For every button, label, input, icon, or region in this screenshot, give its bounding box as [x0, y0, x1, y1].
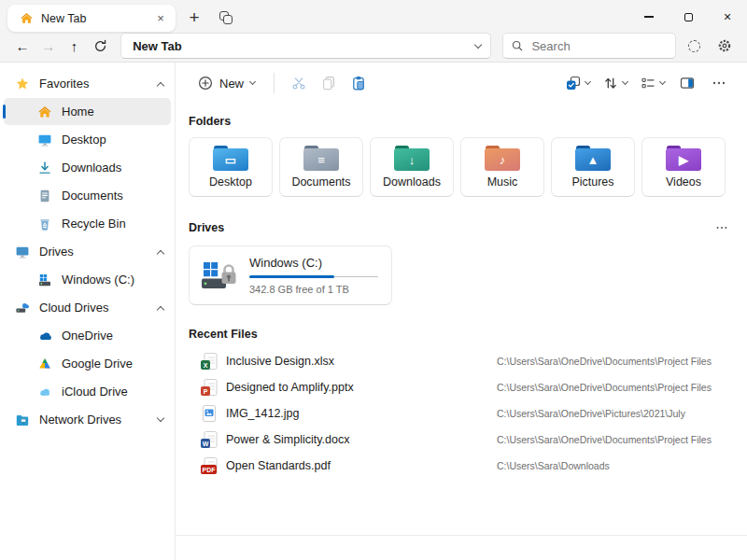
recent-file-row[interactable]: PDF Open Standards.pdf C:\Users\Sara\Dow… — [189, 453, 734, 479]
music-folder-icon: ♪ — [485, 146, 520, 171]
sidebar-section-drives[interactable]: Drives — [4, 238, 171, 265]
chevron-down-icon[interactable] — [157, 414, 164, 422]
drives-section-header: Drives — [189, 219, 734, 236]
plus-circle-icon — [198, 76, 213, 91]
folder-tile-pictures[interactable]: ▲ Pictures — [551, 137, 635, 197]
onedrive-icon — [37, 329, 52, 343]
chevron-up-icon[interactable] — [157, 305, 164, 313]
close-button[interactable]: × — [708, 0, 747, 34]
view-button[interactable] — [635, 68, 670, 98]
image-file-icon — [201, 405, 218, 422]
google-drive-icon — [37, 357, 52, 371]
sort-button[interactable] — [598, 68, 633, 98]
search-input[interactable] — [529, 38, 668, 54]
sidebar-item-windows-c[interactable]: Windows (C:) — [4, 266, 171, 293]
forward-button[interactable]: → — [35, 34, 62, 58]
folder-tile-documents[interactable]: ≡ Documents — [279, 137, 363, 197]
new-tab-button[interactable]: + — [181, 5, 207, 31]
folder-tile-music[interactable]: ♪ Music — [460, 137, 544, 197]
content-pane: New — [176, 63, 747, 560]
sidebar-item-desktop[interactable]: Desktop — [4, 126, 171, 153]
sidebar-item-downloads[interactable]: Downloads — [4, 154, 171, 181]
tab-close-button[interactable]: × — [151, 9, 170, 28]
sidebar-item-label: Home — [62, 105, 163, 119]
drive-free-text: 342.8 GB free of 1 TB — [249, 284, 378, 295]
plus-icon: + — [189, 8, 199, 26]
up-button[interactable]: ↑ — [62, 34, 88, 58]
home-page-body: Folders ▭ Desktop ≡ Documents ↓ Download… — [176, 104, 747, 535]
refresh-button[interactable] — [87, 34, 113, 58]
section-title-drives: Drives — [189, 221, 224, 234]
back-icon: ← — [15, 38, 29, 54]
paste-button[interactable] — [344, 68, 374, 98]
desktop-folder-icon: ▭ — [213, 146, 248, 171]
bitlocker-drive-icon — [201, 259, 238, 291]
sidebar-section-favorites[interactable]: Favorites — [4, 70, 171, 97]
chevron-down-icon[interactable] — [474, 40, 482, 48]
sidebar-item-google-drive[interactable]: Google Drive — [4, 350, 171, 377]
chevron-up-icon[interactable] — [157, 81, 164, 89]
view-list-icon — [641, 76, 655, 91]
minimize-button[interactable] — [629, 0, 669, 34]
search-box[interactable] — [502, 33, 676, 59]
back-button[interactable]: ← — [9, 34, 35, 58]
titlebar: New Tab × + × — [0, 0, 747, 34]
account-button[interactable] — [681, 34, 707, 58]
settings-button[interactable] — [712, 34, 738, 58]
sidebar-item-onedrive[interactable]: OneDrive — [4, 322, 171, 349]
recent-file-row[interactable]: IMG_1412.jpg C:\Users\Sara\OneDrive\Pict… — [189, 400, 734, 427]
folder-tile-videos[interactable]: ▶ Videos — [641, 137, 726, 197]
cloud-drive-icon — [15, 301, 30, 315]
recent-file-row[interactable]: P Designed to Amplify.pptx C:\Users\Sara… — [189, 374, 734, 400]
copy-button[interactable] — [314, 68, 344, 98]
section-label: Network Drives — [39, 413, 148, 427]
videos-folder-icon: ▶ — [666, 146, 701, 171]
sidebar-item-icloud-drive[interactable]: iCloud Drive — [4, 378, 171, 405]
drive-card-windows-c[interactable]: Windows (C:) 342.8 GB free of 1 TB — [189, 245, 392, 305]
sidebar-item-documents[interactable]: Documents — [4, 182, 171, 209]
section-title-recent-files: Recent Files — [189, 328, 734, 341]
sidebar-section-cloud-drives[interactable]: Cloud Drives — [4, 294, 171, 321]
more-options-button[interactable] — [704, 68, 734, 98]
monitor-icon — [15, 245, 30, 259]
folders-grid: ▭ Desktop ≡ Documents ↓ Downloads ♪ Musi… — [189, 137, 734, 197]
section-label: Drives — [39, 245, 148, 259]
toolbar-divider — [274, 73, 275, 93]
address-bar[interactable]: New Tab — [120, 33, 491, 59]
new-button-label: New — [219, 77, 244, 91]
sidebar-item-home[interactable]: Home — [4, 98, 171, 125]
chevron-up-icon[interactable] — [157, 249, 164, 257]
sidebar-item-label: iCloud Drive — [62, 385, 163, 399]
recent-file-row[interactable]: X Inclusive Design.xlsx C:\Users\Sara\On… — [189, 348, 734, 374]
download-icon — [37, 161, 52, 175]
new-button[interactable]: New — [189, 68, 264, 98]
documents-folder-icon: ≡ — [303, 146, 339, 171]
select-button[interactable] — [560, 68, 596, 98]
close-icon: × — [724, 10, 731, 23]
tab-new-tab[interactable]: New Tab × — [7, 5, 176, 32]
folder-tile-desktop[interactable]: ▭ Desktop — [189, 137, 273, 197]
selection-icon — [566, 76, 581, 91]
recent-file-row[interactable]: W Power & Simplicity.docx C:\Users\Sara\… — [189, 427, 734, 453]
pdf-file-icon: PDF — [201, 457, 218, 474]
sidebar-item-recycle-bin[interactable]: Recycle Bin — [4, 210, 171, 237]
sidebar-section-network-drives[interactable]: Network Drives — [4, 406, 171, 433]
folder-tile-downloads[interactable]: ↓ Downloads — [370, 137, 454, 197]
details-pane-button[interactable] — [672, 68, 702, 98]
section-label: Favorites — [39, 77, 148, 91]
paste-icon — [351, 76, 366, 91]
tab-switcher-button[interactable] — [213, 5, 239, 31]
pictures-folder-icon: ▲ — [575, 146, 611, 171]
section-title-folders: Folders — [189, 115, 734, 128]
excel-file-icon: X — [201, 353, 218, 370]
file-name: Open Standards.pdf — [226, 459, 497, 472]
file-name: Designed to Amplify.pptx — [226, 381, 497, 394]
folder-tile-label: Music — [487, 175, 518, 189]
sidebar-item-label: Windows (C:) — [62, 273, 163, 287]
maximize-button[interactable] — [669, 0, 708, 34]
main-area: Favorites Home Desktop Downloads Documen… — [0, 62, 747, 560]
cut-button[interactable] — [284, 68, 314, 98]
sidebar-item-label: Google Drive — [62, 357, 163, 371]
icloud-icon — [37, 385, 52, 399]
drives-more-button[interactable] — [710, 219, 734, 236]
